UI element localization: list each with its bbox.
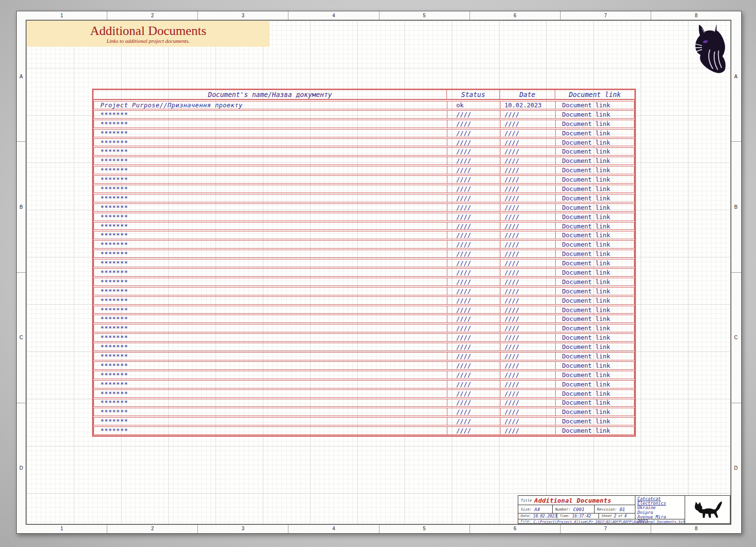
cell-link[interactable]: Document link [556,306,634,314]
schematic-page: 12345678 12345678 ABCD ABCD Additional D… [16,11,742,534]
cell-link[interactable]: Document link [556,427,634,434]
table-row: *******////////Document link [94,185,634,193]
cell-link[interactable]: Document link [556,111,634,118]
cell-status: //// [447,390,501,397]
cell-name: ******* [94,399,447,407]
cell-name: ******* [94,176,447,183]
cell-link[interactable]: Document link [556,297,634,304]
cell-link[interactable]: Document link [556,241,634,248]
cell-status: //// [447,223,501,230]
ruler-label: 6 [470,524,561,533]
table-row: *******////////Document link [94,287,634,295]
ruler-label: 3 [198,524,288,533]
cell-name: ******* [94,148,447,155]
cell-date: //// [501,371,556,379]
cell-link[interactable]: Document link [556,204,634,211]
of-label: of [618,514,622,518]
cell-link[interactable]: Document link [556,213,634,221]
cell-link[interactable]: Document link [556,259,634,267]
cell-name: ******* [94,362,447,369]
cell-link[interactable]: Document link [556,176,634,183]
cell-status: //// [447,381,501,388]
cell-link[interactable]: Document link [556,390,634,397]
cell-date: //// [501,362,556,369]
cat-walking-logo-icon [689,497,727,522]
cell-link[interactable]: Document link [556,223,634,230]
cell-link[interactable]: Document link [556,157,634,164]
cell-link[interactable]: Document link [556,381,634,388]
cell-link[interactable]: Document link [556,148,634,155]
cell-date: //// [501,288,556,295]
drawing-canvas[interactable]: Additional Documents Links to additional… [26,20,731,525]
cell-link[interactable]: Document link [556,334,634,341]
file-path: C:\Project\Project_Altium\Pr_2023\02\ADF… [534,519,685,524]
header-document-link: Document link [555,90,634,99]
table-row: *******////////Document link [94,315,634,323]
cell-status: //// [447,259,501,267]
table-row: *******////////Document link [94,138,634,147]
cell-date: //// [501,353,556,360]
cell-link[interactable]: Document link [556,250,634,257]
cell-link[interactable]: Document link [556,278,634,286]
sheet-subtitle: Links to additional project documents. [106,38,189,44]
table-row: *******////////Document link [94,389,634,398]
cell-name: ******* [94,278,447,286]
cell-status: //// [447,306,501,314]
cell-status: //// [447,139,501,146]
revision-label: Revision: [597,507,617,512]
table-row: *******////////Document link [94,231,634,239]
cell-link[interactable]: Document link [556,353,634,360]
ruler-label: 2 [107,11,198,20]
cell-name: ******* [94,390,447,397]
cell-link[interactable]: Document link [556,129,634,137]
table-row: *******////////Document link [94,278,634,286]
cell-link[interactable]: Document link [556,343,634,351]
cell-link[interactable]: Document link [556,185,634,193]
cell-name: ******* [94,427,447,434]
cell-link[interactable]: Document link [556,418,634,425]
cell-date: //// [501,324,556,332]
cell-name: ******* [94,371,447,379]
table-row: *******////////Document link [94,120,634,128]
cell-status: //// [447,250,501,257]
cell-link[interactable]: Document link [556,139,634,146]
cell-link[interactable]: Document link [556,362,634,369]
sheet-value: 2 [614,514,616,518]
cell-date: //// [501,241,556,248]
header-date: Date [500,90,555,99]
cell-link[interactable]: Document link [556,371,634,379]
table-row: *******////////Document link [94,240,634,249]
number-value: C001 [573,507,585,512]
table-row: *******////////Document link [94,361,634,370]
cell-link[interactable]: Document link [556,120,634,128]
cell-link[interactable]: Document link [556,194,634,202]
cell-link[interactable]: Document link [556,101,634,109]
cell-date: //// [501,166,556,174]
cell-status: //// [447,371,501,379]
cell-date: //// [501,223,556,230]
cell-status: //// [447,297,501,304]
cell-status: //// [447,213,501,221]
cell-link[interactable]: Document link [556,324,634,332]
cell-link[interactable]: Document link [556,269,634,276]
cell-status: //// [447,185,501,193]
number-label: Number: [555,507,571,512]
ruler-label: 5 [379,11,470,20]
cell-status: //// [447,148,501,155]
cell-name: ******* [94,381,447,388]
cell-link[interactable]: Document link [556,231,634,239]
table-row: *******////////Document link [94,166,634,174]
table-row: *******////////Document link [94,343,634,351]
cell-link[interactable]: Document link [556,399,634,407]
cell-link[interactable]: Document link [556,166,634,174]
cell-name: ******* [94,129,447,137]
ruler-top: 12345678 [17,11,741,20]
table-row: *******////////Document link [94,194,634,202]
sheet-banner: Additional Documents Links to additional… [27,21,270,47]
cell-link[interactable]: Document link [556,288,634,295]
cell-link[interactable]: Document link [556,315,634,322]
cat-head-logo-icon [686,23,737,74]
cell-name: ******* [94,269,447,276]
ruler-right: ABCD [730,11,741,533]
cell-link[interactable]: Document link [556,408,634,416]
